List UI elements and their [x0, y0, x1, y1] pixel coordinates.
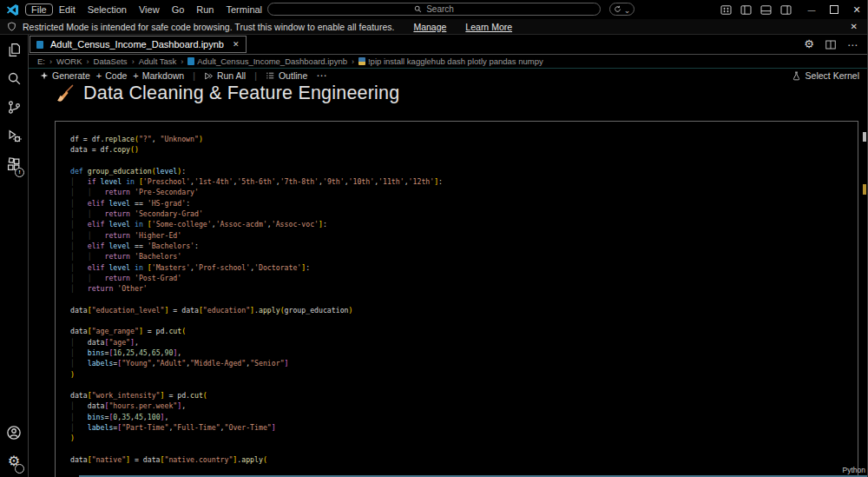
add-markdown-cell-button[interactable]: Markdown [133, 70, 184, 81]
code-line[interactable]: │ labels=["Part-Time","Full-Time","Over-… [70, 422, 443, 433]
tab-close-icon[interactable] [233, 40, 240, 49]
code-line[interactable]: │ bins=[0,35,45,100], [70, 412, 443, 422]
learn-more-link[interactable]: Learn More [465, 22, 512, 32]
menu-item-run[interactable]: Run [190, 3, 220, 16]
toggle-panel-icon[interactable] [760, 5, 772, 15]
code-line[interactable]: data["work_intensity"] = pd.cut( [70, 390, 443, 401]
generate-button[interactable]: Generate [40, 70, 90, 81]
code-line[interactable] [70, 444, 443, 454]
breadcrumb-item[interactable]: WORK [56, 56, 82, 66]
code-line[interactable]: │ │ return 'Secondary-Grad' [70, 209, 443, 219]
code-line[interactable]: │ if level in ['Preschool','1st-4th','5t… [70, 176, 443, 187]
restore-button[interactable] [823, 5, 845, 14]
code-line[interactable]: │ return 'Other' [70, 283, 443, 294]
breadcrumb-separator: › [181, 57, 183, 66]
breadcrumb-separator: › [49, 57, 52, 66]
vscode-window: FileEditSelectionViewGoRunTerminalHelp S… [0, 0, 868, 477]
code-line[interactable] [70, 380, 443, 390]
toggle-secondary-sidebar-icon[interactable] [780, 5, 792, 15]
toolbar-separator [254, 70, 257, 81]
settings-gear-icon[interactable]: ⚙ [0, 447, 28, 474]
cell-language-button[interactable]: Python [843, 466, 865, 474]
indent-guide: │ [70, 401, 75, 410]
run-debug-icon[interactable] [0, 123, 28, 149]
split-editor-icon[interactable] [825, 40, 836, 50]
code-cell[interactable]: df = df.replace("?", "Unknown")data = df… [55, 121, 858, 477]
code-line[interactable]: │ elif level == 'HS-grad': [70, 198, 443, 209]
activity-bar: ! ⚙ [0, 35, 29, 477]
code-line[interactable]: │ │ return 'Bachelors' [70, 251, 443, 262]
banner-close-icon[interactable] [851, 22, 858, 31]
command-center-search[interactable]: Search [267, 3, 601, 16]
breadcrumb-item[interactable]: Adult_Census_Income_Dashboard.ipynb [187, 56, 347, 66]
breadcrumb-item[interactable]: E: [37, 56, 45, 66]
code-line[interactable]: │ elif level in ['Masters','Prof-school'… [70, 262, 443, 273]
account-icon[interactable] [0, 419, 28, 446]
code-line[interactable] [70, 315, 443, 326]
explorer-icon[interactable] [0, 36, 28, 63]
indent-guide: │ [70, 348, 75, 357]
minimize-button[interactable] [800, 4, 823, 15]
add-code-cell-button[interactable]: Code [96, 70, 128, 81]
code-line[interactable]: def group_education(level): [70, 166, 443, 176]
code-editor[interactable]: df = df.replace("?", "Unknown")data = df… [70, 134, 443, 465]
refresh-dropdown-button[interactable] [609, 3, 635, 16]
code-line[interactable]: data["education_level"] = data["educatio… [70, 305, 443, 315]
more-actions-icon[interactable] [847, 36, 858, 52]
customize-layout-icon[interactable] [720, 5, 732, 15]
code-line[interactable]: │ elif level in ['Some-college','Assoc-a… [70, 219, 443, 229]
vscode-logo-icon [6, 3, 20, 17]
code-line[interactable]: data["native"] = data["native.country"].… [70, 454, 443, 465]
run-all-button[interactable]: Run All [204, 70, 246, 81]
code-line[interactable]: │ bins=[16,25,45,65,90], [70, 348, 443, 358]
code-line[interactable]: │ data["hours.per.week"], [70, 401, 443, 411]
indent-guide: │ [88, 252, 92, 261]
code-line[interactable]: │ labels=["Young","Adult","Middle-Aged",… [70, 358, 443, 368]
code-line[interactable]: │ │ return 'Post-Grad' [70, 273, 443, 283]
scrollbar-mark[interactable] [863, 132, 866, 142]
tab-bar: Adult_Census_Income_Dashboard.ipynb ⚙ [29, 35, 868, 55]
outline-button[interactable]: Outline [266, 70, 307, 81]
menu-item-view[interactable]: View [133, 3, 166, 16]
indent-guide: │ [88, 231, 92, 240]
indent-guide: │ [70, 177, 75, 186]
breadcrumb-item[interactable]: Adult Task [139, 56, 177, 66]
settings-badge [15, 464, 24, 474]
code-line[interactable]: ) [70, 369, 443, 380]
menu-item-go[interactable]: Go [166, 3, 191, 16]
toggle-sidebar-icon[interactable] [740, 5, 752, 15]
breadcrumb-item[interactable]: DataSets [94, 56, 128, 66]
indent-guide: │ [70, 413, 75, 421]
code-line[interactable]: │ │ return 'Pre-Secondary' [70, 187, 443, 197]
menu-item-terminal[interactable]: Terminal [220, 3, 269, 16]
code-line[interactable]: │ │ return 'Higher-Ed' [70, 230, 443, 241]
title-bar: FileEditSelectionViewGoRunTerminalHelp S… [0, 0, 868, 19]
extensions-icon[interactable]: ! [0, 151, 28, 178]
code-line[interactable]: ) [70, 433, 443, 443]
toolbar-more-icon[interactable] [316, 70, 326, 82]
indent-guide: │ [70, 209, 75, 218]
menu-item-file[interactable]: File [25, 3, 53, 16]
tab-notebook[interactable]: Adult_Census_Income_Dashboard.ipynb [30, 36, 247, 53]
menu-item-selection[interactable]: Selection [82, 3, 133, 16]
code-line[interactable]: │ elif level == 'Bachelors': [70, 241, 443, 251]
menu-item-edit[interactable]: Edit [53, 3, 82, 16]
code-line[interactable] [70, 294, 443, 304]
search-sidebar-icon[interactable] [0, 65, 28, 92]
editor-gear-icon[interactable]: ⚙ [804, 37, 814, 51]
notebook-canvas: Data Cleaning & Feature Engineering df =… [29, 81, 868, 477]
indent-guide: │ [70, 284, 75, 293]
indent-guide: │ [70, 220, 75, 229]
close-window-button[interactable] [845, 4, 868, 16]
manage-link[interactable]: Manage [413, 22, 446, 32]
indent-guide: │ [70, 242, 75, 250]
code-line[interactable] [70, 156, 443, 166]
select-kernel-button[interactable]: Select Kernel [792, 70, 859, 81]
breadcrumb-item[interactable]: !pip install kagglehub dash plotly panda… [358, 56, 543, 66]
code-line[interactable]: data["age_range"] = pd.cut( [70, 326, 443, 336]
code-line[interactable]: df = df.replace("?", "Unknown") [70, 134, 443, 144]
source-control-icon[interactable] [0, 94, 28, 121]
code-line[interactable]: data = df.copy() [70, 144, 443, 155]
code-line[interactable]: │ data["age"], [70, 337, 443, 348]
code-cell-icon [358, 57, 365, 65]
